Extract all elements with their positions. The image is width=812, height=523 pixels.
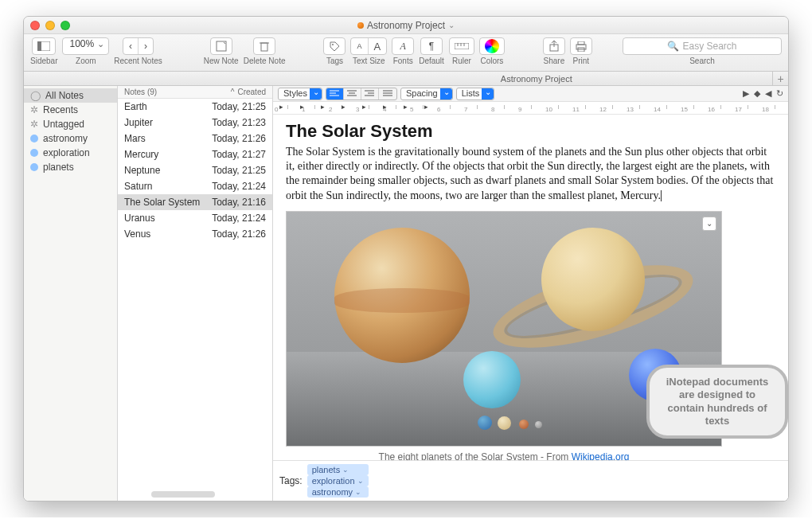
mars-planet xyxy=(519,420,529,429)
sidebar-item-all-notes[interactable]: ◯All Notes xyxy=(24,88,117,103)
tag-pill-astronomy[interactable]: astronomy xyxy=(307,486,369,498)
align-justify-button[interactable] xyxy=(379,88,396,100)
sort-indicator[interactable]: ^ xyxy=(231,88,235,96)
notes-list: Notes (9) ^ Created EarthToday, 21:25Jup… xyxy=(118,86,273,501)
toolbar-label: Print xyxy=(573,57,590,65)
ruler-button[interactable] xyxy=(449,37,474,55)
alignment-group[interactable] xyxy=(326,88,397,100)
sidebar-toggle-button[interactable] xyxy=(32,37,56,55)
text-smaller-button[interactable]: A xyxy=(351,38,368,54)
note-title: Venus xyxy=(124,228,150,240)
tag-pill-exploration[interactable]: exploration xyxy=(307,475,369,486)
sidebar-item-exploration[interactable]: exploration xyxy=(24,146,117,160)
toolbar-label: Text Size xyxy=(353,57,385,65)
note-created: Today, 21:24 xyxy=(212,213,266,224)
toolbar-label: New Note xyxy=(204,57,239,65)
editor-toolbar: Styles Spacing Lists ▶ ◆ ◀ ↻ xyxy=(273,86,788,102)
tag-dot-icon xyxy=(30,163,38,171)
default-style-button[interactable]: ¶ xyxy=(420,37,443,55)
tags-label: Tags: xyxy=(279,475,303,486)
titlebar: Astronomy Project ⌄ xyxy=(24,17,788,34)
text-size-control[interactable]: AA xyxy=(350,37,387,55)
svg-rect-6 xyxy=(455,43,469,49)
image-caption: The eight planets of the Solar System - … xyxy=(286,451,722,460)
zoom-select[interactable]: 100% xyxy=(62,37,109,55)
note-heading[interactable]: The Solar System xyxy=(286,121,775,142)
note-body[interactable]: The Solar System is the gravitationally … xyxy=(286,146,773,201)
align-left-button[interactable] xyxy=(326,88,344,100)
image-menu-button[interactable]: ⌄ xyxy=(702,217,716,231)
sidebar-item-recents[interactable]: ✲Recents xyxy=(24,103,117,117)
nav-back-icon[interactable]: ◀ xyxy=(765,88,771,99)
tag-pill-planets[interactable]: planets xyxy=(307,464,369,475)
text-larger-button[interactable]: A xyxy=(369,38,387,54)
horizontal-scrollbar[interactable] xyxy=(151,491,215,498)
uranus-planet xyxy=(463,351,521,408)
notes-header[interactable]: Notes (9) xyxy=(124,88,157,96)
delete-note-button[interactable] xyxy=(253,37,275,55)
styles-select[interactable]: Styles xyxy=(278,88,322,100)
note-row[interactable]: NeptuneToday, 21:25 xyxy=(118,162,272,178)
nav-play-icon[interactable]: ▶ xyxy=(743,88,749,99)
forward-button[interactable]: › xyxy=(139,38,153,54)
wikipedia-link[interactable]: Wikipedia.org xyxy=(572,451,630,460)
ruler[interactable]: 0123456789101112131415161718▸▸▸▸▸▸▸▸ xyxy=(273,102,788,115)
sidebar-item-label: Recents xyxy=(43,104,78,115)
window-title: Astronomy Project xyxy=(367,20,445,31)
note-created: Today, 21:26 xyxy=(212,228,266,240)
note-title: Earth xyxy=(124,101,147,112)
share-button[interactable] xyxy=(543,37,565,55)
note-row[interactable]: SaturnToday, 21:24 xyxy=(118,178,272,194)
fonts-button[interactable]: A xyxy=(392,37,414,55)
spacing-select[interactable]: Spacing xyxy=(400,88,453,100)
earth-planet xyxy=(478,416,492,430)
note-created: Today, 21:25 xyxy=(212,101,266,112)
svg-point-5 xyxy=(332,44,334,45)
print-button[interactable] xyxy=(570,37,592,55)
chevron-down-icon[interactable]: ⌄ xyxy=(448,21,455,29)
recent-notes-nav[interactable]: ‹› xyxy=(123,37,154,55)
back-button[interactable]: ‹ xyxy=(123,38,139,54)
main-toolbar: Sidebar 100% Zoom ‹› Recent Notes New No… xyxy=(24,34,788,72)
add-tab-button[interactable]: + xyxy=(772,72,788,86)
toolbar-label: Colors xyxy=(480,57,503,65)
tags-button[interactable] xyxy=(323,37,345,55)
search-placeholder: Easy Search xyxy=(682,41,736,52)
nav-diamond-icon[interactable]: ◆ xyxy=(754,88,760,99)
note-row[interactable]: JupiterToday, 21:23 xyxy=(118,115,272,131)
svg-rect-3 xyxy=(261,43,267,51)
note-row[interactable]: EarthToday, 21:25 xyxy=(118,99,272,115)
align-center-button[interactable] xyxy=(344,88,361,100)
tags-row: Tags: planets exploration astronomy xyxy=(273,460,788,501)
note-created: Today, 21:25 xyxy=(212,165,266,176)
document-tab-bar: Astronomy Project + xyxy=(24,72,788,86)
colors-button[interactable] xyxy=(479,37,505,55)
lists-select[interactable]: Lists xyxy=(456,88,495,100)
document-tab[interactable]: Astronomy Project xyxy=(299,74,774,84)
sidebar-item-untagged[interactable]: ✲Untagged xyxy=(24,117,117,131)
sidebar-item-astronomy[interactable]: astronomy xyxy=(24,131,117,146)
text-cursor xyxy=(661,190,662,201)
svg-rect-12 xyxy=(578,41,584,45)
search-input[interactable]: 🔍 Easy Search xyxy=(623,37,782,55)
new-note-button[interactable] xyxy=(210,37,232,55)
toolbar-label: Tags xyxy=(326,57,343,65)
mercury-planet xyxy=(535,421,542,428)
nav-loop-icon[interactable]: ↻ xyxy=(776,88,783,99)
sidebar-item-planets[interactable]: planets xyxy=(24,160,117,174)
note-row[interactable]: The Solar SystemToday, 21:16 xyxy=(118,194,272,210)
note-row[interactable]: UranusToday, 21:24 xyxy=(118,210,272,226)
venus-planet xyxy=(498,416,511,430)
note-row[interactable]: VenusToday, 21:26 xyxy=(118,226,272,242)
align-right-button[interactable] xyxy=(361,88,379,100)
tag-dot-icon xyxy=(30,135,38,142)
sidebar-item-label: astronomy xyxy=(43,133,88,144)
saturn-planet xyxy=(541,228,645,331)
circles-icon: ◯ xyxy=(30,90,41,101)
toolbar-label: Sidebar xyxy=(30,57,57,65)
sidebar-item-label: exploration xyxy=(43,147,90,158)
created-header[interactable]: Created xyxy=(237,88,266,96)
note-row[interactable]: MercuryToday, 21:27 xyxy=(118,146,272,162)
note-row[interactable]: MarsToday, 21:26 xyxy=(118,131,272,146)
note-created: Today, 21:24 xyxy=(212,181,266,192)
